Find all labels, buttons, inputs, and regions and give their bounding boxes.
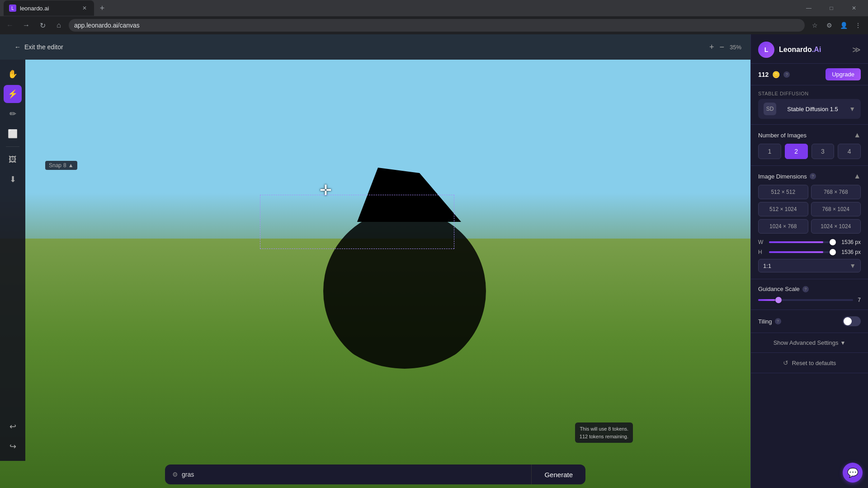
tiling-label: Tiling ? — [758, 318, 843, 325]
generate-button[interactable]: Generate — [531, 465, 585, 484]
chat-bubble-button[interactable]: 💬 — [843, 463, 863, 483]
credits-count: 112 — [758, 71, 769, 78]
width-value: 1536 px — [837, 239, 861, 245]
width-slider-fill — [769, 241, 823, 243]
model-chevron-icon: ▼ — [849, 105, 855, 113]
width-slider[interactable] — [769, 241, 833, 243]
redo-button[interactable]: ↪ — [4, 437, 22, 455]
height-slider[interactable] — [769, 251, 833, 253]
aspect-ratio-dropdown[interactable]: 1:1 ▼ — [758, 259, 861, 272]
hand-tool-button[interactable]: ✋ — [4, 65, 22, 83]
num-images-btn-2[interactable]: 2 — [785, 144, 808, 159]
panel-header: L Leonardo.Ai ≫ — [751, 34, 868, 64]
height-slider-thumb[interactable] — [830, 249, 836, 255]
token-info-line2: 112 tokens remaining. — [580, 433, 628, 441]
refresh-button[interactable]: ↻ — [36, 19, 49, 32]
tiling-toggle[interactable] — [843, 316, 861, 326]
tab-favicon: L — [9, 5, 16, 12]
num-images-btn-3[interactable]: 3 — [811, 144, 835, 159]
main-content: ← Exit the editor + − 35% ✋ ⚡ ✏ ⬜ 🖼 ⬇ ↩ … — [0, 34, 868, 488]
dimensions-collapse-icon[interactable]: ▲ — [854, 172, 861, 180]
zoom-level: 35% — [730, 44, 741, 51]
tab-bar: L leonardo.ai ✕ + — □ ✕ — [0, 0, 868, 16]
profile-icon[interactable]: 👤 — [837, 19, 850, 32]
reset-icon: ↺ — [783, 359, 788, 366]
num-images-btn-1[interactable]: 1 — [758, 144, 781, 159]
dim-768x768[interactable]: 768 × 768 — [811, 185, 861, 199]
exit-label: Exit the editor — [24, 43, 63, 51]
right-panel: L Leonardo.Ai ≫ 112 🪙 ? Upgrade Stable D… — [750, 34, 868, 488]
brand-name: Leonardo.Ai — [779, 46, 821, 54]
snap-value: 8 — [63, 162, 66, 169]
canvas-right-controls: + − 35% — [709, 42, 741, 52]
prompt-input[interactable] — [182, 471, 526, 478]
left-toolbar: ✋ ⚡ ✏ ⬜ 🖼 ⬇ ↩ ↪ — [0, 60, 25, 461]
panel-header-controls: ≫ — [852, 45, 861, 55]
snap-indicator: Snap 8 ▲ — [45, 161, 77, 170]
guidance-fill — [758, 299, 775, 301]
num-images-header: Number of Images ▲ — [758, 131, 861, 139]
zoom-add-button[interactable]: + — [709, 42, 714, 52]
dim-768x1024[interactable]: 768 × 1024 — [811, 202, 861, 216]
eraser-tool-button[interactable]: ⬜ — [4, 125, 22, 143]
prompt-tune-icon[interactable]: ⚙ — [172, 471, 178, 478]
model-icon: SD — [764, 103, 776, 115]
guidance-slider[interactable] — [758, 299, 853, 301]
dim-512x1024[interactable]: 512 × 1024 — [758, 202, 808, 216]
dim-1024x768[interactable]: 1024 × 768 — [758, 219, 808, 234]
extensions-icon[interactable]: ⚙ — [823, 19, 835, 32]
tiling-info-icon[interactable]: ? — [775, 318, 781, 324]
panel-collapse-button[interactable]: ≫ — [852, 45, 861, 55]
guidance-scale-title: Guidance Scale ? — [758, 286, 809, 292]
menu-icon[interactable]: ⋮ — [852, 19, 864, 32]
model-section: Stable Diffusion SD Stable Diffusion 1.5… — [751, 85, 868, 125]
brush-tool-button[interactable]: ✏ — [4, 105, 22, 123]
browser-chrome: L leonardo.ai ✕ + — □ ✕ ← → ↻ ⌂ app.leon… — [0, 0, 868, 34]
reset-label: Reset to defaults — [792, 360, 836, 366]
num-images-title: Number of Images — [758, 132, 807, 139]
address-display[interactable]: app.leonardo.ai/canvas — [69, 19, 805, 32]
bookmark-icon[interactable]: ☆ — [808, 19, 821, 32]
image-dimensions-header[interactable]: Image Dimensions ? ▲ — [758, 172, 861, 180]
zoom-subtract-button[interactable]: − — [719, 42, 724, 52]
height-value: 1536 px — [837, 249, 861, 255]
maximize-button[interactable]: □ — [821, 0, 842, 16]
guidance-thumb[interactable] — [775, 297, 782, 303]
select-tool-button[interactable]: ⚡ — [4, 85, 22, 103]
canvas-area[interactable]: ← Exit the editor + − 35% ✋ ⚡ ✏ ⬜ 🖼 ⬇ ↩ … — [0, 34, 750, 488]
active-tab[interactable]: L leonardo.ai ✕ — [4, 0, 94, 16]
dim-1024x1024[interactable]: 1024 × 1024 — [811, 219, 861, 234]
back-button[interactable]: ← — [4, 19, 16, 32]
reset-defaults-row[interactable]: ↺ Reset to defaults — [751, 353, 868, 373]
guidance-info-icon[interactable]: ? — [802, 286, 809, 292]
model-section-label: Stable Diffusion — [758, 91, 861, 96]
model-name: Stable Diffusion 1.5 — [787, 106, 838, 113]
token-info: This will use 8 tokens. 112 tokens remai… — [575, 422, 633, 443]
credits-info-icon[interactable]: ? — [783, 71, 790, 78]
minimize-button[interactable]: — — [798, 0, 819, 16]
guidance-scale-section: Guidance Scale ? 7 — [751, 279, 868, 310]
num-images-collapse-icon[interactable]: ▲ — [854, 131, 861, 139]
new-tab-button[interactable]: + — [96, 2, 108, 14]
credits-row: 112 🪙 ? Upgrade — [751, 64, 868, 85]
show-advanced-settings-row[interactable]: Show Advanced Settings ▼ — [751, 333, 868, 353]
undo-button[interactable]: ↩ — [4, 418, 22, 436]
image-tool-button[interactable]: 🖼 — [4, 150, 22, 169]
aspect-chevron-icon: ▼ — [849, 262, 856, 269]
dimensions-info-icon[interactable]: ? — [810, 173, 816, 179]
height-slider-row: H 1536 px — [758, 249, 861, 255]
dim-512x512[interactable]: 512 × 512 — [758, 185, 808, 199]
download-button[interactable]: ⬇ — [4, 170, 22, 188]
num-images-btn-4[interactable]: 4 — [838, 144, 861, 159]
exit-editor-button[interactable]: ← Exit the editor — [9, 41, 69, 53]
advanced-chevron-icon: ▼ — [840, 340, 845, 346]
forward-button[interactable]: → — [20, 19, 33, 32]
browser-toolbar: ☆ ⚙ 👤 ⋮ — [808, 19, 864, 32]
home-button[interactable]: ⌂ — [52, 19, 65, 32]
upgrade-button[interactable]: Upgrade — [826, 68, 861, 80]
token-info-line1: This will use 8 tokens. — [580, 425, 628, 433]
close-button[interactable]: ✕ — [844, 0, 864, 16]
model-selector[interactable]: SD Stable Diffusion 1.5 ▼ — [758, 99, 861, 119]
width-slider-thumb[interactable] — [830, 239, 836, 245]
tab-close-button[interactable]: ✕ — [80, 4, 89, 12]
